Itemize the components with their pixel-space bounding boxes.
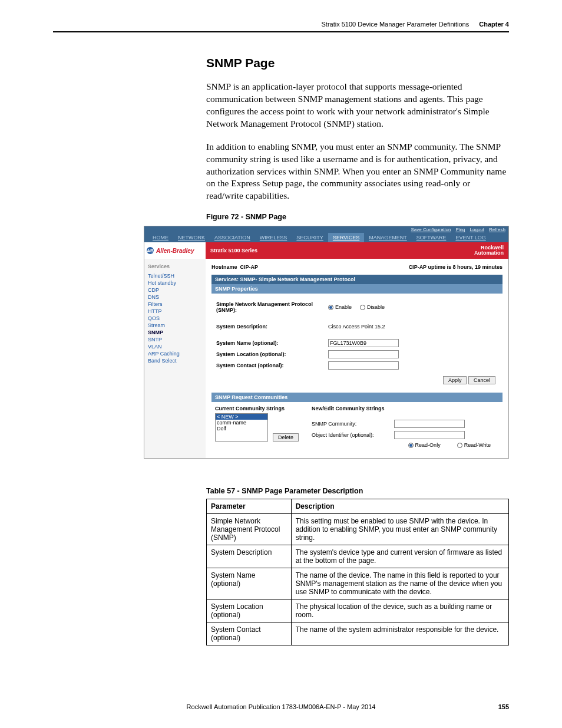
services-panel-title: Services: SNMP- Simple Network Managemen… [211, 275, 503, 284]
table-caption: Table 57 - SNMP Page Parameter Descripti… [206, 487, 509, 495]
sidebar-arp-caching[interactable]: ARP Caching [148, 351, 202, 357]
sidebar-hot-standby[interactable]: Hot standby [148, 280, 202, 286]
sidebar-cdp[interactable]: CDP [148, 287, 202, 293]
sidebar-vlan[interactable]: VLAN [148, 344, 202, 350]
menu-wireless[interactable]: WIRELESS [255, 233, 292, 242]
system-description-value: Cisco Access Point 15.2 [328, 324, 385, 330]
system-contact-label: System Contact (optional): [216, 363, 328, 368]
menu-management[interactable]: MANAGEMENT [364, 233, 412, 242]
table-header-description: Description [291, 499, 508, 514]
table-row: System Name (optional)The name of the de… [207, 568, 509, 599]
rockwell-automation-logo: Rockwell Automation [474, 245, 504, 256]
save-config-link[interactable]: Save Configuration [411, 227, 451, 232]
sidebar-snmp[interactable]: SNMP [148, 330, 202, 335]
snmp-disable-radio[interactable]: Disable [360, 304, 385, 310]
table-row: Simple Network Management Protocol (SNMP… [207, 514, 509, 545]
section-title: SNMP Page [206, 56, 509, 70]
snmp-screenshot: Save Configuration Ping Logout Refresh H… [144, 226, 509, 459]
running-header: Stratix 5100 Device Manager Parameter De… [53, 21, 509, 28]
uptime-text: CIP-AP uptime is 8 hours, 19 minutes [409, 264, 503, 270]
running-title: Stratix 5100 Device Manager Parameter De… [322, 21, 470, 28]
allen-bradley-logo: AB Allen-Bradley [144, 242, 206, 259]
apply-button[interactable]: Apply [443, 376, 467, 384]
current-community-header: Current Community Strings [215, 406, 299, 411]
footer-page-number: 155 [498, 703, 509, 710]
snmp-communities-title: SNMP Request Communities [211, 393, 503, 402]
ping-link[interactable]: Ping [456, 227, 465, 232]
product-title: Stratix 5100 Series [210, 248, 257, 253]
object-identifier-label: Object Identifier (optional): [312, 432, 394, 438]
ab-text: Allen-Bradley [156, 248, 194, 254]
menu-association[interactable]: ASSOCIATION [210, 233, 255, 242]
sidebar-qos[interactable]: QOS [148, 315, 202, 321]
top-link-bar: Save Configuration Ping Logout Refresh [144, 226, 508, 233]
delete-button[interactable]: Delete [273, 433, 299, 442]
ab-icon: AB [147, 247, 154, 254]
read-only-radio[interactable]: Read-Only [408, 442, 441, 448]
community-item-new[interactable]: < NEW > [216, 414, 267, 420]
sidebar-sntp[interactable]: SNTP [148, 337, 202, 342]
sidebar-stream[interactable]: Stream [148, 322, 202, 328]
cancel-button[interactable]: Cancel [468, 376, 495, 384]
hostname-label: Hostname CIP-AP [211, 264, 258, 270]
system-description-label: System Description: [216, 324, 328, 330]
menu-network[interactable]: NETWORK [173, 233, 210, 242]
parameter-table: Parameter Description Simple Network Man… [206, 499, 509, 645]
community-item-1[interactable]: comm-name [216, 420, 267, 426]
menu-home[interactable]: HOME [148, 233, 173, 242]
system-name-input[interactable] [328, 339, 399, 347]
menu-software[interactable]: SOFTWARE [412, 233, 451, 242]
services-sidebar: Services Telnet/SSH Hot standby CDP DNS … [144, 259, 206, 458]
snmp-protocol-label: Simple Network Management Protocol (SNMP… [216, 301, 328, 313]
running-chapter: Chapter 4 [479, 21, 509, 28]
logout-link[interactable]: Logout [470, 227, 484, 232]
body-paragraph-1: SNMP is an application-layer protocol th… [206, 81, 509, 130]
system-location-label: System Location (optional): [216, 351, 328, 357]
system-location-input[interactable] [328, 350, 399, 358]
body-paragraph-2: In addition to enabling SNMP, you must e… [206, 141, 509, 203]
sidebar-telnet-ssh[interactable]: Telnet/SSH [148, 273, 202, 279]
sidebar-http[interactable]: HTTP [148, 308, 202, 314]
system-contact-input[interactable] [328, 361, 399, 370]
menu-services[interactable]: SERVICES [328, 233, 364, 242]
snmp-enable-radio[interactable]: Enable [328, 304, 352, 310]
object-identifier-input[interactable] [394, 431, 465, 439]
header-rule [53, 31, 509, 32]
menu-security[interactable]: SECURITY [292, 233, 328, 242]
table-header-parameter: Parameter [207, 499, 292, 514]
figure-caption: Figure 72 - SNMP Page [206, 213, 509, 221]
footer-publication: Rockwell Automation Publication 1783-UM0… [187, 703, 376, 710]
page-footer: Rockwell Automation Publication 1783-UM0… [0, 703, 562, 710]
read-write-radio[interactable]: Read-Write [457, 442, 491, 448]
refresh-link[interactable]: Refresh [489, 227, 505, 232]
community-item-2[interactable]: Dolf [216, 426, 267, 431]
new-edit-community-header: New/Edit Community Strings [312, 406, 499, 411]
sidebar-dns[interactable]: DNS [148, 294, 202, 300]
table-row: System DescriptionThe system's device ty… [207, 545, 509, 568]
sidebar-filters[interactable]: Filters [148, 301, 202, 307]
snmp-community-input[interactable] [394, 420, 465, 428]
table-row: System Contact (optional)The name of the… [207, 622, 509, 645]
menu-eventlog[interactable]: EVENT LOG [451, 233, 490, 242]
snmp-properties-title: SNMP Properties [211, 284, 503, 294]
sidebar-header: Services [148, 263, 202, 269]
sidebar-band-select[interactable]: Band Select [148, 358, 202, 364]
main-menu: HOME NETWORK ASSOCIATION WIRELESS SECURI… [144, 233, 508, 242]
community-listbox[interactable]: < NEW > comm-name Dolf [215, 413, 268, 442]
system-name-label: System Name (optional): [216, 340, 328, 346]
table-row: System Location (optional)The physical l… [207, 599, 509, 622]
snmp-community-label: SNMP Community: [312, 421, 394, 427]
